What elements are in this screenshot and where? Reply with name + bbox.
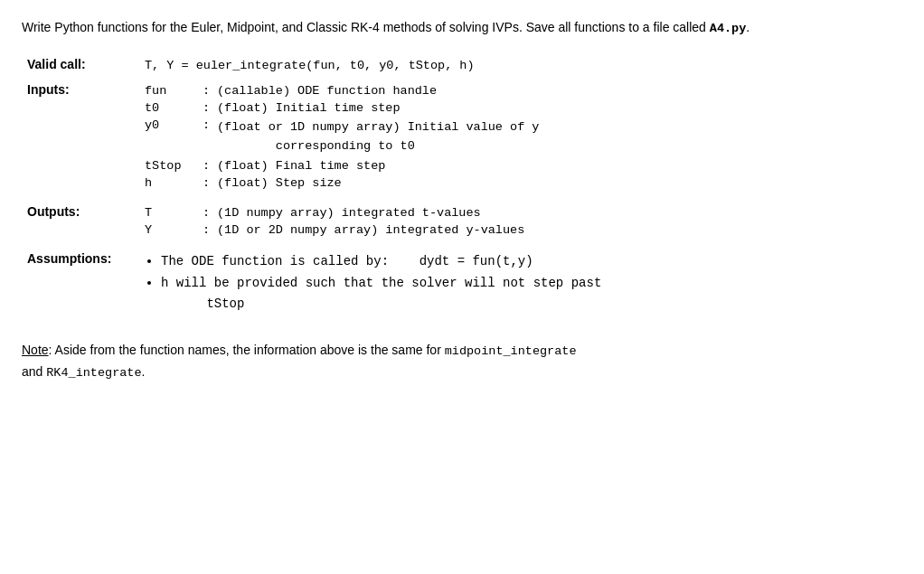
intro-text: Write Python functions for the Euler, Mi… — [22, 20, 710, 34]
param-fun-row: fun : (callable) ODE function handle — [145, 82, 884, 99]
param-fun-name: fun — [145, 82, 199, 99]
valid-call-code: T, Y = euler_integrate(fun, t0, y0, tSto… — [139, 54, 890, 80]
output-Y-row: Y : (1D or 2D numpy array) integrated y-… — [145, 221, 884, 239]
intro-paragraph: Write Python functions for the Euler, Mi… — [22, 18, 890, 38]
outputs-content: T : (1D numpy array) integrated t-values… — [139, 202, 890, 241]
param-h-row: h : (float) Step size — [145, 174, 884, 192]
assumption-2: h will be provided such that the solver … — [161, 273, 884, 314]
filename: A4.py — [710, 22, 747, 35]
param-tstop-row: tStop : (float) Final time step — [145, 157, 884, 174]
inputs-label: Inputs: — [22, 80, 139, 194]
assumptions-row: Assumptions: The ODE function is called … — [22, 249, 890, 318]
valid-call-row: Valid call: T, Y = euler_integrate(fun, … — [22, 54, 890, 80]
param-t0-desc: (float) Initial time step — [217, 99, 884, 117]
note-text3: . — [142, 364, 146, 379]
param-tstop-desc: (float) Final time step — [217, 157, 884, 174]
param-tstop-name: tStop — [145, 157, 199, 174]
note-section: Note: Aside from the function names, the… — [22, 340, 890, 382]
param-y0-row: y0 : (float or 1D numpy array) Initial v… — [145, 117, 884, 157]
outputs-label: Outputs: — [22, 202, 139, 241]
param-y0-name: y0 — [145, 117, 199, 157]
param-y0-desc: (float or 1D numpy array) Initial value … — [217, 117, 884, 157]
assumptions-list: The ODE function is called by: dydt = fu… — [161, 251, 884, 314]
param-fun-desc: (callable) ODE function handle — [217, 82, 884, 99]
outputs-row: Outputs: T : (1D numpy array) integrated… — [22, 202, 890, 241]
param-h-colon: : — [199, 174, 217, 192]
valid-call-label: Valid call: — [22, 54, 139, 80]
assumptions-label: Assumptions: — [22, 249, 139, 318]
param-t0-colon: : — [199, 99, 217, 117]
rk4-integrate-code: RK4_integrate — [46, 366, 141, 380]
inputs-content: fun : (callable) ODE function handle t0 … — [139, 80, 890, 194]
param-y0-colon: : — [199, 117, 217, 157]
intro-suffix: . — [746, 20, 750, 34]
output-T-desc: (1D numpy array) integrated t-values — [217, 204, 884, 221]
param-tstop-colon: : — [199, 157, 217, 174]
param-t0-name: t0 — [145, 99, 199, 117]
spec-table: Valid call: T, Y = euler_integrate(fun, … — [22, 54, 890, 318]
note-label: Note — [22, 343, 49, 357]
param-t0-row: t0 : (float) Initial time step — [145, 99, 884, 117]
output-Y-name: Y — [145, 221, 199, 239]
output-T-row: T : (1D numpy array) integrated t-values — [145, 204, 884, 221]
outputs-table: T : (1D numpy array) integrated t-values… — [145, 204, 884, 239]
note-text2: and — [22, 364, 46, 379]
assumptions-content: The ODE function is called by: dydt = fu… — [139, 249, 890, 318]
inputs-table: fun : (callable) ODE function handle t0 … — [145, 82, 884, 192]
param-h-name: h — [145, 174, 199, 192]
inputs-row: Inputs: fun : (callable) ODE function ha… — [22, 80, 890, 194]
note-text: : Aside from the function names, the inf… — [49, 343, 445, 357]
assumption-1: The ODE function is called by: dydt = fu… — [161, 251, 884, 271]
output-Y-colon: : — [199, 221, 217, 239]
midpoint-integrate-code: midpoint_integrate — [445, 344, 577, 358]
param-fun-colon: : — [199, 82, 217, 99]
output-T-name: T — [145, 204, 199, 221]
output-T-colon: : — [199, 204, 217, 221]
valid-call-value: T, Y = euler_integrate(fun, t0, y0, tSto… — [145, 59, 475, 72]
note-paragraph: Note: Aside from the function names, the… — [22, 340, 890, 382]
main-container: Write Python functions for the Euler, Mi… — [22, 18, 890, 382]
param-h-desc: (float) Step size — [217, 174, 884, 192]
output-Y-desc: (1D or 2D numpy array) integrated y-valu… — [217, 221, 884, 239]
